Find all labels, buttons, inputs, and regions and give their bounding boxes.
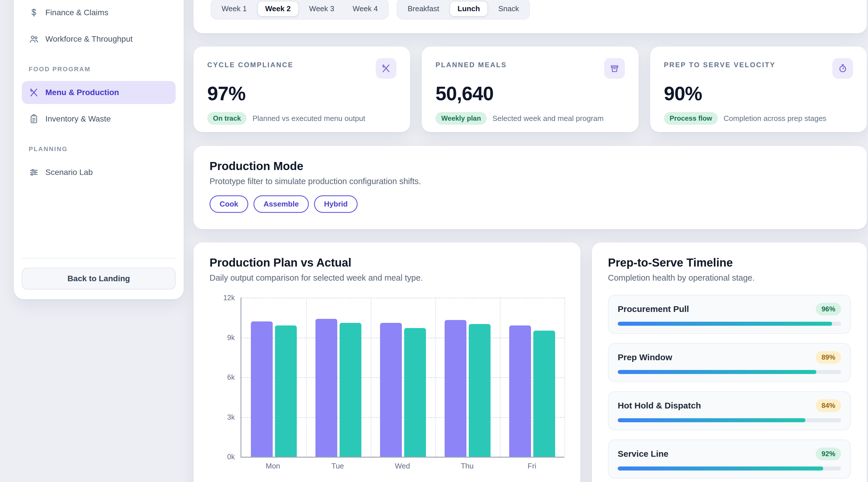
x-tick-label: Mon xyxy=(241,462,305,471)
sidebar-item-label: Inventory & Waste xyxy=(45,114,111,123)
chart-y-axis: 12k9k6k3k0k xyxy=(210,297,241,457)
sidebar-item-inventory-waste[interactable]: Inventory & Waste xyxy=(22,108,176,131)
bar-group-mon xyxy=(241,297,306,457)
progress-track xyxy=(618,466,841,471)
topbar: Week 1Week 2Week 3Week 4 BreakfastLunchS… xyxy=(193,0,867,33)
v-gridline xyxy=(564,297,565,457)
back-to-landing-button[interactable]: Back to Landing xyxy=(22,268,176,289)
kpi-value: 97% xyxy=(207,82,396,105)
kpi-icon-chip xyxy=(832,58,853,79)
kpi-title: CYCLE COMPLIANCE xyxy=(207,61,293,69)
kpi-value: 90% xyxy=(664,82,853,105)
segment-lunch[interactable]: Lunch xyxy=(450,1,488,17)
progress-track xyxy=(618,370,841,374)
stage-list: Procurement Pull96%Prep Window89%Hot Hol… xyxy=(608,295,851,479)
chart-title: Production Plan vs Actual xyxy=(210,256,564,269)
sidebar-spacer xyxy=(22,184,176,258)
y-tick-label: 6k xyxy=(227,373,235,381)
progress-fill xyxy=(618,370,816,374)
sidebar-item-scenario-lab[interactable]: Scenario Lab xyxy=(22,161,176,184)
bar-plan-tue xyxy=(315,319,337,457)
sidebar: Finance & ClaimsWorkforce & ThroughputFO… xyxy=(14,0,184,299)
stage-percent-badge: 89% xyxy=(816,351,841,364)
sliders-icon xyxy=(29,167,39,177)
kpi-caption: Selected week and meal program xyxy=(493,114,603,123)
y-tick-label: 9k xyxy=(227,333,235,342)
stage-name: Service Line xyxy=(618,449,669,459)
bar-actual-fri xyxy=(533,331,555,457)
y-tick-label: 0k xyxy=(227,453,235,461)
kpi-card-prep-to-serve-velocity: PREP TO SERVE VELOCITY90%Process flowCom… xyxy=(650,47,867,132)
people-icon xyxy=(29,34,39,44)
kpi-icon-chip xyxy=(604,58,625,79)
bar-group-fri xyxy=(500,297,564,457)
sidebar-item-finance-claims[interactable]: Finance & Claims xyxy=(22,1,176,24)
bar-group-thu xyxy=(435,297,500,457)
sidebar-item-label: Scenario Lab xyxy=(45,168,93,177)
bar-plan-fri xyxy=(509,325,531,457)
segment-week-3[interactable]: Week 3 xyxy=(301,1,342,17)
sidebar-nav: Finance & ClaimsWorkforce & ThroughputFO… xyxy=(22,1,176,184)
kpi-badge: Weekly plan xyxy=(435,112,487,125)
progress-track xyxy=(618,418,841,422)
nav-section-header-food-program: FOOD PROGRAM xyxy=(29,65,169,73)
timeline-card: Prep-to-Serve Timeline Completion health… xyxy=(592,243,867,482)
meal-selector: BreakfastLunchSnack xyxy=(397,0,530,20)
bar-plan-wed xyxy=(380,323,402,457)
x-tick-label: Tue xyxy=(305,462,370,471)
bar-actual-tue xyxy=(340,323,361,457)
mode-pill-cook[interactable]: Cook xyxy=(210,195,248,213)
sidebar-footer: Back to Landing xyxy=(22,258,176,289)
stage-percent-badge: 84% xyxy=(816,399,841,412)
stage-name: Procurement Pull xyxy=(618,304,689,314)
x-tick-label: Thu xyxy=(435,462,500,471)
stage-procurement-pull: Procurement Pull96% xyxy=(608,295,851,334)
nav-section-header-planning: PLANNING xyxy=(29,145,169,153)
sidebar-item-label: Finance & Claims xyxy=(45,8,108,17)
stopwatch-icon xyxy=(838,63,848,74)
progress-fill xyxy=(618,322,832,326)
segment-breakfast[interactable]: Breakfast xyxy=(400,1,447,17)
mode-pill-assemble[interactable]: Assemble xyxy=(253,195,309,213)
stage-percent-badge: 96% xyxy=(816,303,841,315)
progress-track xyxy=(618,322,841,326)
bar-actual-mon xyxy=(275,325,297,457)
kpi-title: PLANNED MEALS xyxy=(435,61,507,69)
kpi-title: PREP TO SERVE VELOCITY xyxy=(664,61,776,69)
kpi-caption: Planned vs executed menu output xyxy=(252,114,365,123)
production-mode-card: Production Mode Prototype filter to simu… xyxy=(193,146,867,229)
production-chart-card: Production Plan vs Actual Daily output c… xyxy=(193,243,580,482)
bar-plan-mon xyxy=(251,321,273,457)
bar-group-wed xyxy=(371,297,435,457)
kpi-row: CYCLE COMPLIANCE97%On trackPlanned vs ex… xyxy=(193,47,867,132)
utensils-icon xyxy=(381,63,391,74)
segment-snack[interactable]: Snack xyxy=(490,1,527,17)
dashboard-page: Finance & ClaimsWorkforce & ThroughputFO… xyxy=(0,0,868,482)
bottom-row: Production Plan vs Actual Daily output c… xyxy=(193,243,867,482)
kpi-icon-chip xyxy=(376,58,396,79)
dollar-icon xyxy=(29,7,39,18)
sidebar-item-menu-production[interactable]: Menu & Production xyxy=(22,81,176,104)
kpi-caption: Completion across prep stages xyxy=(724,114,826,123)
stage-name: Hot Hold & Dispatch xyxy=(618,401,701,410)
segment-week-1[interactable]: Week 1 xyxy=(214,1,255,17)
x-tick-label: Fri xyxy=(499,462,564,471)
bar-plan-thu xyxy=(445,320,466,457)
bar-group-tue xyxy=(306,297,371,457)
production-mode-title: Production Mode xyxy=(210,160,851,173)
stage-service-line: Service Line92% xyxy=(608,440,851,479)
mode-pill-hybrid[interactable]: Hybrid xyxy=(314,195,358,213)
timeline-subtitle: Completion health by operational stage. xyxy=(608,273,851,283)
y-tick-label: 12k xyxy=(223,293,235,302)
sidebar-item-workforce-throughput[interactable]: Workforce & Throughput xyxy=(22,28,176,51)
stage-name: Prep Window xyxy=(618,352,672,362)
chart-plot-area xyxy=(241,297,564,458)
segment-week-4[interactable]: Week 4 xyxy=(345,1,386,17)
segment-week-2[interactable]: Week 2 xyxy=(257,1,299,17)
box-icon xyxy=(609,63,620,74)
bar-chart: 12k9k6k3k0k xyxy=(210,297,564,458)
stage-percent-badge: 92% xyxy=(816,448,841,460)
chart-x-axis: MonTueWedThuFri xyxy=(241,462,564,471)
kpi-badge: On track xyxy=(207,112,247,125)
kpi-card-planned-meals: PLANNED MEALS50,640Weekly planSelected w… xyxy=(422,47,639,132)
